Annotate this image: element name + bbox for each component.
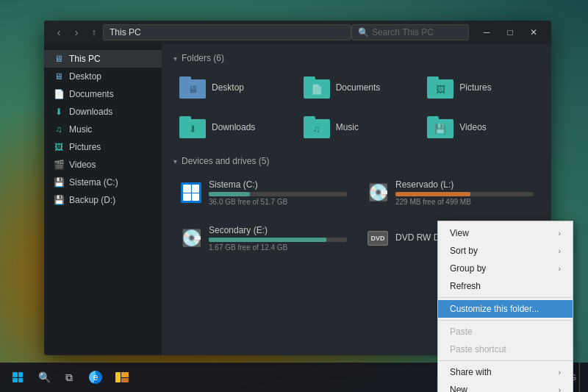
drives-section-label: Devices and drives (5) bbox=[182, 156, 269, 166]
ctx-sort-by[interactable]: Sort by › bbox=[438, 242, 573, 260]
drive-l-size: 229 MB free of 499 MB bbox=[395, 198, 534, 206]
sidebar-label-documents: Documents bbox=[69, 89, 114, 99]
folder-pictures[interactable]: 🖼 Pictures bbox=[421, 71, 539, 104]
ctx-new-label: New bbox=[450, 385, 467, 392]
ctx-group-by[interactable]: Group by › bbox=[438, 260, 573, 277]
sidebar-item-downloads[interactable]: ⬇ Downloads bbox=[44, 103, 162, 121]
documents-icon: 📄 bbox=[53, 88, 65, 100]
address-bar[interactable]: This PC bbox=[103, 24, 351, 40]
folder-music[interactable]: ♫ Music bbox=[298, 110, 416, 144]
desktop-folder-icon: 🖥 bbox=[179, 76, 206, 99]
drive-l-bar bbox=[395, 192, 470, 196]
maximize-button[interactable]: □ bbox=[498, 21, 522, 44]
show-desktop-button[interactable] bbox=[579, 363, 585, 392]
ctx-sep-1 bbox=[438, 297, 573, 298]
minimize-button[interactable]: ─ bbox=[475, 21, 498, 44]
desktop-icon: 🖥 bbox=[53, 71, 65, 82]
ctx-share-with[interactable]: Share with › bbox=[438, 363, 573, 381]
drives-chevron: ▾ bbox=[173, 157, 177, 165]
forward-button[interactable]: › bbox=[68, 24, 85, 41]
folders-section-label: Folders (6) bbox=[182, 53, 224, 63]
drive-secondary-e[interactable]: 💽 Secondary (E:) 1.67 GB free of 12.4 GB bbox=[173, 219, 353, 257]
drive-e-icon: 💽 bbox=[179, 227, 203, 250]
ctx-new[interactable]: New › bbox=[438, 381, 573, 392]
search-icon: 🔍 bbox=[358, 27, 369, 38]
drive-c-bar-container bbox=[209, 192, 347, 196]
sidebar-label-sistema-c: Sistema (C:) bbox=[69, 177, 118, 188]
sidebar-label-backup-d: Backup (D:) bbox=[69, 195, 115, 205]
sidebar-label-pictures: Pictures bbox=[69, 142, 101, 152]
drive-e-bar bbox=[209, 238, 326, 242]
drive-reservado-l[interactable]: 💽 Reservado (L:) 229 MB free of 499 MB bbox=[360, 174, 539, 212]
up-button[interactable]: ↑ bbox=[85, 24, 103, 41]
drive-j-icon: DVD bbox=[366, 227, 390, 250]
sidebar-item-this-pc[interactable]: 🖥 This PC bbox=[44, 50, 162, 68]
close-button[interactable]: ✕ bbox=[522, 21, 545, 44]
folders-section-header[interactable]: ▾ Folders (6) bbox=[173, 53, 539, 63]
folder-downloads[interactable]: ⬇ Downloads bbox=[173, 110, 292, 144]
music-folder-icon: ♫ bbox=[304, 116, 330, 138]
drive-e-info: Secondary (E:) 1.67 GB free of 12.4 GB bbox=[209, 225, 347, 252]
drive-e-bar-container bbox=[209, 238, 347, 242]
ctx-share-label: Share with bbox=[450, 367, 492, 377]
folder-videos[interactable]: 💾 Videos bbox=[421, 110, 539, 144]
sidebar-item-desktop[interactable]: 🖥 Desktop bbox=[44, 68, 162, 85]
explorer-icon bbox=[115, 372, 129, 382]
sidebar-item-backup-d[interactable]: 💾 Backup (D:) bbox=[44, 191, 162, 209]
edge-icon: e bbox=[89, 371, 102, 384]
folder-desktop-label: Desktop bbox=[212, 82, 244, 93]
ctx-refresh-label: Refresh bbox=[450, 281, 481, 291]
drive-c-size: 36.0 GB free of 51.7 GB bbox=[209, 198, 347, 206]
sidebar-item-sistema-c[interactable]: 💾 Sistema (C:) bbox=[44, 174, 162, 191]
sidebar-label-videos: Videos bbox=[69, 160, 96, 170]
context-menu: View › Sort by › Group by › Refresh Cust… bbox=[437, 221, 573, 392]
drive-sistema-c[interactable]: Sistema (C:) 36.0 GB free of 51.7 GB bbox=[173, 174, 353, 212]
ctx-sort-label: Sort by bbox=[450, 246, 478, 256]
drives-section-header[interactable]: ▾ Devices and drives (5) bbox=[173, 156, 539, 166]
drive-c-info: Sistema (C:) 36.0 GB free of 51.7 GB bbox=[209, 179, 347, 206]
folder-videos-label: Videos bbox=[459, 122, 486, 132]
sidebar-item-videos[interactable]: 🎬 Videos bbox=[44, 156, 162, 174]
search-box[interactable]: 🔍 Search This PC bbox=[351, 24, 469, 40]
taskbar-explorer-button[interactable] bbox=[109, 363, 135, 392]
drive-l-icon: 💽 bbox=[366, 181, 390, 204]
task-view-icon: ⧉ bbox=[65, 371, 73, 384]
folder-documents[interactable]: 📄 Documents bbox=[298, 71, 416, 104]
taskbar-edge-button[interactable]: e bbox=[82, 363, 109, 392]
ctx-customize[interactable]: Customize this folder... bbox=[438, 300, 573, 318]
sidebar-item-documents[interactable]: 📄 Documents bbox=[44, 85, 162, 103]
folder-pictures-label: Pictures bbox=[459, 82, 491, 93]
videos-icon: 🎬 bbox=[53, 159, 65, 171]
folder-desktop[interactable]: 🖥 Desktop bbox=[173, 71, 292, 104]
ctx-sep-3 bbox=[438, 360, 573, 361]
taskbar-search-icon: 🔍 bbox=[38, 371, 51, 383]
taskbar-search-button[interactable]: 🔍 bbox=[32, 363, 56, 392]
ctx-paste: Paste bbox=[438, 323, 573, 341]
downloads-folder-icon: ⬇ bbox=[179, 116, 206, 138]
drive-c-bar bbox=[209, 192, 250, 196]
ctx-refresh[interactable]: Refresh bbox=[438, 277, 573, 295]
drive-c-icon: 💾 bbox=[53, 177, 65, 188]
sidebar-label-desktop: Desktop bbox=[69, 71, 101, 82]
pictures-icon: 🖼 bbox=[53, 141, 65, 153]
folder-music-label: Music bbox=[336, 122, 359, 132]
drive-e-size: 1.67 GB free of 12.4 GB bbox=[209, 243, 347, 252]
taskbar-task-view-button[interactable]: ⧉ bbox=[56, 363, 82, 392]
videos-folder-icon: 💾 bbox=[427, 116, 453, 138]
start-button[interactable] bbox=[3, 363, 32, 392]
windows-logo bbox=[12, 372, 23, 382]
folder-downloads-label: Downloads bbox=[212, 122, 255, 132]
sidebar-item-music[interactable]: ♫ Music bbox=[44, 121, 162, 138]
sidebar-item-pictures[interactable]: 🖼 Pictures bbox=[44, 138, 162, 156]
sidebar-label-music: Music bbox=[69, 124, 92, 135]
documents-folder-icon: 📄 bbox=[304, 76, 330, 99]
back-button[interactable]: ‹ bbox=[50, 24, 68, 41]
drive-c-name: Sistema (C:) bbox=[209, 179, 347, 190]
sidebar-label-downloads: Downloads bbox=[69, 107, 112, 117]
ctx-view[interactable]: View › bbox=[438, 224, 573, 242]
drive-e-name: Secondary (E:) bbox=[209, 225, 347, 235]
ctx-view-label: View bbox=[450, 228, 469, 238]
sidebar-label-this-pc: This PC bbox=[69, 54, 101, 64]
pictures-folder-icon: 🖼 bbox=[427, 76, 453, 99]
folders-grid: 🖥 Desktop 📄 Documents bbox=[173, 71, 539, 144]
